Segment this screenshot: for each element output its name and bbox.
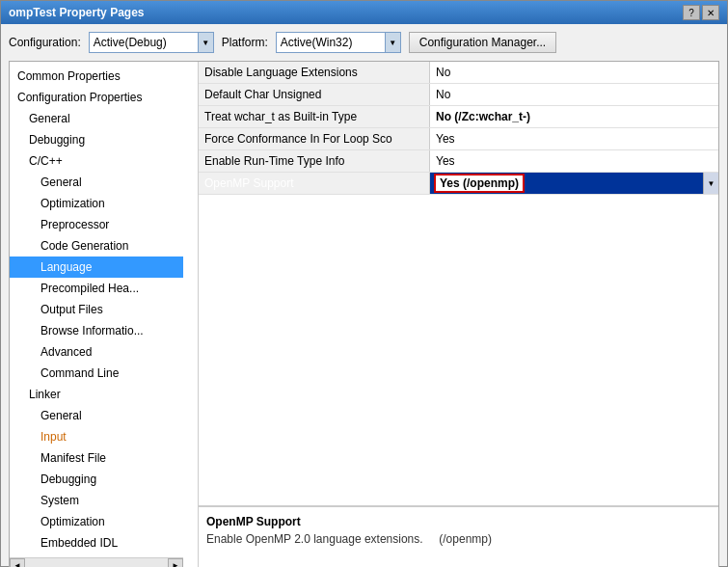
prop-row-openmp[interactable]: OpenMP SupportYes (/openmp)▼ [199,173,718,195]
tree-item-advanced[interactable]: Advanced [10,341,183,363]
tree-item-input[interactable]: Input [10,426,183,447]
prop-name-openmp: OpenMP Support [199,173,430,194]
platform-dropdown[interactable]: Active(Win32) ▼ [276,32,401,53]
config-manager-button[interactable]: Configuration Manager... [409,32,556,53]
property-pages-window: ompTest Property Pages ? ✕ Configuration… [0,0,728,567]
title-bar: ompTest Property Pages ? ✕ [1,1,727,24]
value-dropdown-arrow[interactable]: ▼ [703,173,718,194]
tree-item-embedded-idl[interactable]: Embedded IDL [10,532,183,554]
prop-name-runtime-type: Enable Run-Time Type Info [199,150,430,172]
tree-panel: Common PropertiesConfiguration Propertie… [10,62,183,557]
prop-row-default-char[interactable]: Default Char UnsignedNo [199,84,718,106]
tree-item-config-properties[interactable]: Configuration Properties [10,87,183,108]
tree-item-linker[interactable]: Linker [10,384,183,405]
tree-item-optimization[interactable]: Optimization [10,193,183,214]
tree-item-command-line[interactable]: Command Line [10,363,183,384]
prop-name-disable-lang-ext: Disable Language Extensions [199,62,430,83]
help-button[interactable]: ? [683,5,700,20]
info-title: OpenMP Support [206,515,711,528]
prop-row-for-loop[interactable]: Force Conformance In For Loop ScoYes [199,128,718,150]
tree-item-language[interactable]: Language [10,256,183,278]
tree-item-optimization-2[interactable]: Optimization [10,511,183,532]
prop-value-disable-lang-ext: No [430,62,718,83]
prop-row-disable-lang-ext[interactable]: Disable Language ExtensionsNo [199,62,718,84]
tree-item-manifest-file[interactable]: Manifest File [10,447,183,469]
horizontal-scrollbar[interactable]: ◄ ► [10,557,183,567]
main-panel: Common PropertiesConfiguration Propertie… [9,61,719,567]
prop-name-for-loop: Force Conformance In For Loop Sco [199,128,430,149]
prop-value-wchar-type: No (/Zc:wchar_t-) [430,106,718,127]
close-button[interactable]: ✕ [702,5,719,20]
properties-table: Disable Language ExtensionsNoDefault Cha… [199,62,718,505]
prop-name-wchar-type: Treat wchar_t as Built-in Type [199,106,430,127]
platform-label: Platform: [222,36,268,49]
platform-value: Active(Win32) [281,36,396,49]
scroll-right-btn[interactable]: ► [168,558,183,568]
tree-item-cpp[interactable]: C/C++ [10,150,183,172]
title-bar-buttons: ? ✕ [683,5,719,20]
prop-value-default-char: No [430,84,718,105]
selected-value-box: Yes (/openmp) [434,174,525,193]
prop-row-wchar-type[interactable]: Treat wchar_t as Built-in TypeNo (/Zc:wc… [199,106,718,128]
config-label: Configuration: [9,36,81,49]
tree-item-general-1[interactable]: General [10,108,183,129]
toolbar-row: Configuration: Active(Debug) ▼ Platform:… [9,32,719,53]
config-value: Active(Debug) [94,36,209,49]
content-area: Configuration: Active(Debug) ▼ Platform:… [1,24,727,567]
prop-name-default-char: Default Char Unsigned [199,84,430,105]
prop-row-runtime-type[interactable]: Enable Run-Time Type InfoYes [199,150,718,173]
prop-value-runtime-type: Yes [430,150,718,172]
tree-item-preprocessor[interactable]: Preprocessor [10,214,183,235]
info-description: Enable OpenMP 2.0 language extensions. (… [206,532,711,546]
tree-item-debugging[interactable]: Debugging [10,129,183,150]
info-panel: OpenMP Support Enable OpenMP 2.0 languag… [199,505,718,567]
config-dropdown-arrow[interactable]: ▼ [198,33,213,52]
prop-value-openmp[interactable]: Yes (/openmp)▼ [430,173,718,194]
platform-dropdown-arrow[interactable]: ▼ [385,33,400,52]
prop-value-for-loop: Yes [430,128,718,149]
config-dropdown[interactable]: Active(Debug) ▼ [89,32,214,53]
props-container: Disable Language ExtensionsNoDefault Cha… [199,62,718,195]
tree-item-general-3[interactable]: General [10,405,183,426]
tree-item-debugging-2[interactable]: Debugging [10,469,183,490]
tree-item-precompiled-headers[interactable]: Precompiled Hea... [10,278,183,299]
tree-item-output-files[interactable]: Output Files [10,299,183,320]
tree-item-common-properties[interactable]: Common Properties [10,66,183,87]
right-panel: Disable Language ExtensionsNoDefault Cha… [199,62,718,567]
scroll-track [25,558,168,567]
tree-item-code-generation[interactable]: Code Generation [10,235,183,256]
window-title: ompTest Property Pages [9,6,144,19]
scroll-left-btn[interactable]: ◄ [10,558,25,568]
tree-item-browse-information[interactable]: Browse Informatio... [10,320,183,341]
tree-item-system[interactable]: System [10,490,183,511]
tree-item-general-2[interactable]: General [10,172,183,193]
